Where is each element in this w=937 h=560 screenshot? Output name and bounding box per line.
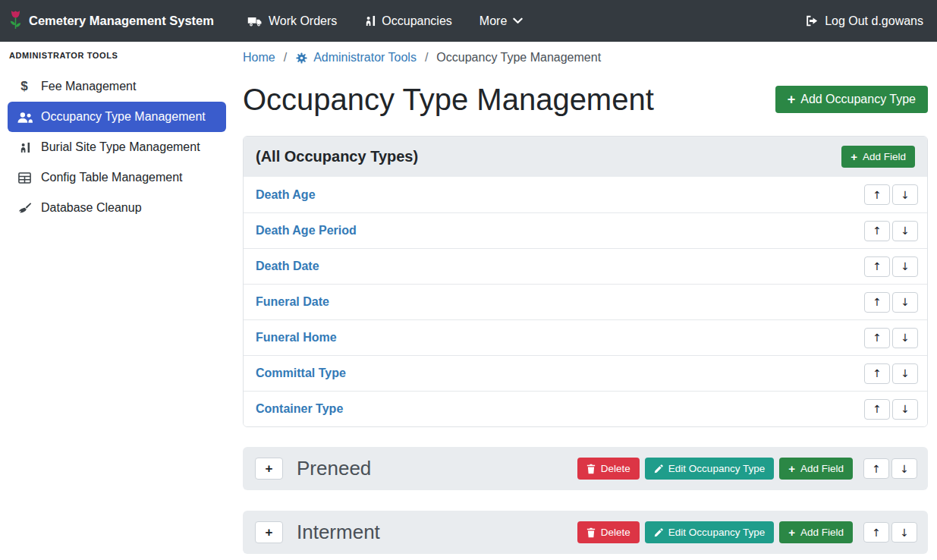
- move-up-button[interactable]: ↑: [863, 458, 889, 479]
- section-title: Interment: [297, 521, 564, 544]
- add-field-button[interactable]: + Add Field: [779, 458, 853, 480]
- occupancy-type-section-preneed: + Preneed Delete Edit Occupancy Type +: [243, 447, 928, 490]
- delete-button[interactable]: Delete: [577, 458, 640, 480]
- move-up-button[interactable]: ↑: [864, 399, 890, 420]
- gear-icon: [295, 52, 308, 64]
- sidebar-item-config-table-management[interactable]: Config Table Management: [0, 162, 234, 193]
- section-actions: Delete Edit Occupancy Type + Add Field ↑…: [577, 458, 917, 480]
- move-up-button[interactable]: ↑: [864, 292, 890, 313]
- field-row: Container Type ↑ ↓: [244, 391, 927, 426]
- edit-occupancy-type-button[interactable]: Edit Occupancy Type: [645, 458, 774, 480]
- move-up-button[interactable]: ↑: [863, 522, 889, 543]
- navbar: Cemetery Management System Work Orders: [0, 0, 937, 42]
- breadcrumb-separator: /: [284, 51, 287, 64]
- table-icon: [15, 172, 33, 184]
- field-link[interactable]: Funeral Home: [256, 331, 337, 344]
- arrow-up-icon: ↑: [873, 296, 882, 308]
- move-up-button[interactable]: ↑: [864, 184, 890, 205]
- plus-icon: +: [266, 461, 273, 477]
- arrow-up-icon: ↑: [873, 225, 882, 237]
- sidebar-item-database-cleanup[interactable]: Database Cleanup: [0, 193, 234, 223]
- sidebar-item-fee-management[interactable]: $ Fee Management: [0, 71, 234, 102]
- field-link[interactable]: Funeral Date: [256, 295, 329, 309]
- arrow-down-icon: ↓: [901, 260, 910, 272]
- nav-more[interactable]: More: [480, 14, 523, 28]
- reorder-controls: ↑ ↓: [864, 184, 918, 205]
- navbar-menu: Work Orders Occupancies More: [247, 14, 523, 28]
- plus-icon: +: [266, 525, 273, 540]
- arrow-up-icon: ↑: [873, 403, 882, 415]
- sidebar-item-label: Fee Management: [41, 80, 136, 93]
- arrow-up-icon: ↑: [873, 332, 882, 344]
- nav-occupancies[interactable]: Occupancies: [364, 14, 452, 28]
- delete-button[interactable]: Delete: [577, 521, 640, 543]
- sidebar-item-label: Database Cleanup: [41, 201, 142, 215]
- expand-button[interactable]: +: [255, 458, 283, 480]
- nav-work-orders[interactable]: Work Orders: [247, 14, 337, 28]
- reorder-controls: ↑ ↓: [864, 292, 918, 313]
- plus-icon: +: [851, 151, 857, 162]
- move-down-button[interactable]: ↓: [892, 256, 918, 277]
- occupancy-type-section-interment: + Interment Delete Edit Occupancy Type +: [243, 511, 928, 554]
- arrow-down-icon: ↓: [901, 367, 910, 379]
- field-link[interactable]: Death Date: [256, 260, 319, 273]
- title-row: Occupancy Type Management + Add Occupanc…: [243, 81, 928, 118]
- edit-occupancy-type-button[interactable]: Edit Occupancy Type: [645, 521, 774, 543]
- tulip-logo-icon: [9, 9, 22, 33]
- move-up-button[interactable]: ↑: [864, 221, 890, 241]
- arrow-down-icon: ↓: [901, 332, 910, 344]
- app-title: Cemetery Management System: [29, 14, 214, 28]
- sidebar-item-label: Occupancy Type Management: [41, 110, 206, 124]
- field-link[interactable]: Committal Type: [256, 367, 346, 380]
- reorder-controls: ↑ ↓: [864, 256, 918, 277]
- edit-occupancy-type-label: Edit Occupancy Type: [668, 527, 765, 538]
- dollar-icon: $: [15, 79, 33, 94]
- add-occupancy-type-button[interactable]: + Add Occupancy Type: [775, 86, 928, 113]
- move-down-button[interactable]: ↓: [891, 522, 917, 543]
- add-field-label: Add Field: [800, 527, 844, 538]
- expand-button[interactable]: +: [255, 521, 283, 543]
- nav-occupancies-label: Occupancies: [382, 14, 452, 28]
- sidebar-item-occupancy-type-management[interactable]: Occupancy Type Management: [8, 102, 226, 132]
- move-down-button[interactable]: ↓: [891, 458, 917, 479]
- reorder-controls: ↑ ↓: [863, 522, 917, 543]
- breadcrumb-separator: /: [425, 51, 428, 64]
- person-booth-icon: [364, 15, 376, 27]
- field-row: Death Age ↑ ↓: [244, 177, 927, 212]
- logout-label: Log Out d.gowans: [825, 14, 923, 28]
- add-field-label: Add Field: [863, 151, 906, 162]
- move-up-button[interactable]: ↑: [864, 363, 890, 384]
- move-down-button[interactable]: ↓: [892, 328, 918, 348]
- trash-icon: [586, 464, 596, 474]
- navbar-right: Log Out d.gowans: [805, 14, 923, 28]
- move-down-button[interactable]: ↓: [892, 184, 918, 205]
- pencil-icon: [654, 464, 663, 473]
- field-row: Committal Type ↑ ↓: [244, 355, 927, 391]
- move-down-button[interactable]: ↓: [892, 399, 918, 420]
- sidebar-item-burial-site-type-management[interactable]: Burial Site Type Management: [0, 132, 234, 162]
- add-field-button[interactable]: + Add Field: [841, 146, 915, 168]
- add-field-button[interactable]: + Add Field: [779, 521, 853, 543]
- move-down-button[interactable]: ↓: [892, 292, 918, 313]
- breadcrumb-current: Occupancy Type Management: [436, 51, 601, 64]
- move-down-button[interactable]: ↓: [892, 363, 918, 384]
- add-field-label: Add Field: [800, 463, 844, 474]
- field-link[interactable]: Death Age: [256, 188, 316, 202]
- breadcrumb-home-link[interactable]: Home: [243, 51, 275, 64]
- plus-icon: +: [788, 463, 795, 474]
- app-brand[interactable]: Cemetery Management System: [9, 9, 214, 33]
- users-icon: [15, 112, 33, 123]
- logout-button[interactable]: Log Out d.gowans: [805, 14, 923, 28]
- move-up-button[interactable]: ↑: [864, 256, 890, 277]
- breadcrumb-admin-tools-link[interactable]: Administrator Tools: [295, 51, 417, 64]
- broom-icon: [15, 203, 33, 214]
- field-row: Death Age Period ↑ ↓: [244, 212, 927, 248]
- edit-occupancy-type-label: Edit Occupancy Type: [668, 463, 765, 474]
- sidebar: ADMINISTRATOR TOOLS $ Fee Management Occ…: [0, 42, 234, 560]
- field-link[interactable]: Container Type: [256, 402, 343, 416]
- arrow-down-icon: ↓: [901, 189, 910, 201]
- field-link[interactable]: Death Age Period: [256, 224, 357, 238]
- arrow-up-icon: ↑: [873, 367, 882, 379]
- move-up-button[interactable]: ↑: [864, 328, 890, 348]
- move-down-button[interactable]: ↓: [892, 221, 918, 241]
